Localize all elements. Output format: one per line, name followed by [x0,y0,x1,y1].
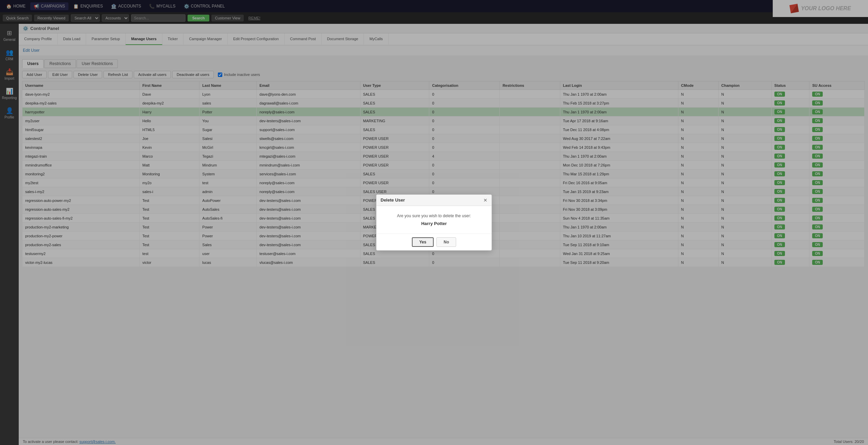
modal-footer: Yes No [376,234,492,250]
modal-header: Delete User ✕ [376,195,492,206]
delete-user-modal: Delete User ✕ Are you sure you wish to d… [376,194,492,251]
modal-body: Are you sure you wish to delete the user… [376,206,492,234]
modal-no-button[interactable]: No [436,237,456,247]
modal-yes-button[interactable]: Yes [412,237,434,247]
modal-overlay: Delete User ✕ Are you sure you wish to d… [0,0,868,445]
modal-close-button[interactable]: ✕ [483,197,487,203]
modal-username: Harry Potter [382,220,486,227]
modal-title: Delete User [381,197,405,203]
